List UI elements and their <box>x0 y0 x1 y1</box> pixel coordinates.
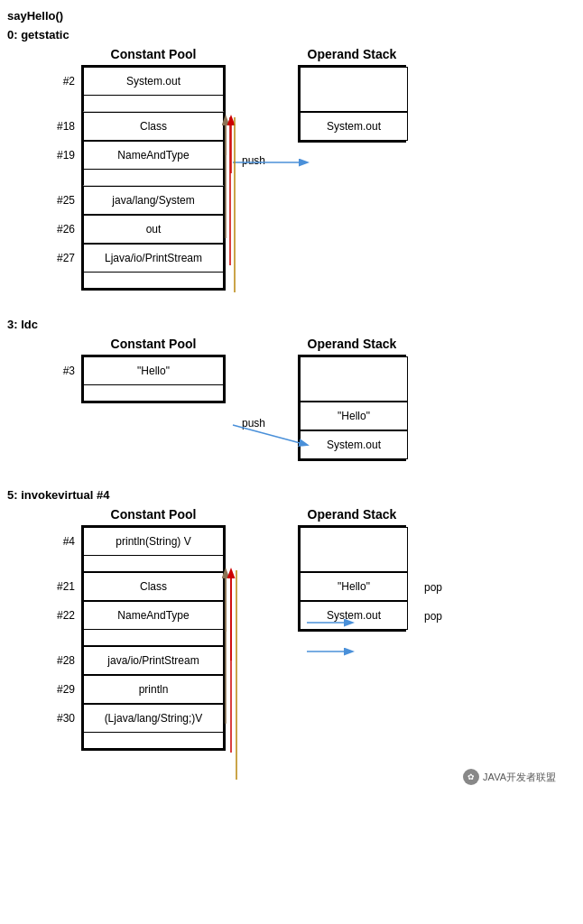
section1-stack-title: Operand Stack <box>298 47 406 61</box>
section2-pool-box: #3 "Hello" <box>81 355 226 403</box>
section2-title: 3: ldc <box>7 318 583 331</box>
pool-cell-25: java/lang/System <box>83 186 224 215</box>
section1-pool-title: Constant Pool <box>81 47 226 61</box>
section3-stack-empty <box>300 527 408 572</box>
pool-cell-s2-hello: "Hello" <box>83 356 224 385</box>
pool-index-s2-3: #3 <box>47 365 79 377</box>
section2-stack-title: Operand Stack <box>298 337 406 351</box>
pool-cell-s3-printstream: java/io/PrintStream <box>83 646 224 675</box>
pool-index-s3-29: #29 <box>47 683 79 696</box>
section1-title: 0: getstatic <box>7 28 583 42</box>
pool-index-s3-28: #28 <box>47 654 79 667</box>
pool-cell-empty3 <box>83 273 224 289</box>
push-text-s1: push <box>242 154 265 167</box>
section2-stack-hello: "Hello" <box>300 402 408 430</box>
pool-cell-s3-class: Class <box>83 572 224 601</box>
pool-index-s3-21: #21 <box>47 580 79 593</box>
pool-cell-s3-empty3 <box>83 733 224 749</box>
section3-stack-box: "Hello" System.out <box>298 525 406 632</box>
section1-operand-stack: Operand Stack System.out <box>298 47 406 143</box>
pool-cell-s3-empty2 <box>83 630 224 646</box>
pool-index-2: #2 <box>47 75 79 88</box>
pool-cell-s2-empty <box>83 385 224 402</box>
push-text-s2: push <box>242 417 265 430</box>
pop-label-hello: pop <box>424 581 442 594</box>
pool-cell-19: NameAndType <box>83 141 224 170</box>
section3-title: 5: invokevirtual #4 <box>7 488 583 502</box>
pool-index-18: #18 <box>47 120 79 133</box>
section3-operand-stack: Operand Stack "Hello" System.out pop pop <box>298 507 406 632</box>
logo-text: JAVA开发者联盟 <box>483 771 556 784</box>
section-getstatic: 0: getstatic Constant Pool #2 System.out… <box>0 28 583 291</box>
section3-pool-box: #4 println(String) V #21 Class #22 NameA… <box>81 525 226 751</box>
pop-label-sysout: pop <box>424 610 442 623</box>
bottom-logo: ✿ JAVA开发者联盟 <box>0 769 556 794</box>
pool-index-26: #26 <box>47 223 79 236</box>
section2-operand-stack: Operand Stack "Hello" System.out <box>298 337 406 461</box>
pool-cell-s3-println: println(String) V <box>83 527 224 556</box>
pool-cell-s3-println2: println <box>83 675 224 704</box>
pool-cell-empty1 <box>83 96 224 112</box>
section-invokevirtual: 5: invokevirtual #4 Constant Pool #4 pri… <box>0 488 583 751</box>
pool-cell-s3-nameandtype: NameAndType <box>83 601 224 630</box>
section3-stack-title: Operand Stack <box>298 507 406 522</box>
pool-index-s3-30: #30 <box>47 712 79 725</box>
section2-stack-empty <box>300 356 408 402</box>
section3-stack-sysout: System.out <box>300 601 408 630</box>
section3-pool-title: Constant Pool <box>81 507 226 522</box>
section3-constant-pool: Constant Pool #4 println(String) V #21 C… <box>81 507 226 751</box>
main-title: sayHello() <box>7 9 583 23</box>
pool-index-s3-22: #22 <box>47 609 79 622</box>
section1-stack-box: System.out <box>298 65 406 143</box>
section3-stack-hello: "Hello" <box>300 572 408 601</box>
section1-constant-pool: Constant Pool #2 System.out #18 Class <box>81 47 226 291</box>
pool-index-s3-4: #4 <box>47 535 79 548</box>
push-arrow-s2 <box>233 425 307 445</box>
pool-cell-s3-empty1 <box>83 556 224 572</box>
pool-index-27: #27 <box>47 252 79 264</box>
section-ldc: 3: ldc Constant Pool #3 "Hello" Operand … <box>0 318 583 461</box>
pool-cell-2: System.out <box>83 67 224 96</box>
section2-stack-sysout: System.out <box>300 430 408 459</box>
pool-index-25: #25 <box>47 194 79 207</box>
logo-icon: ✿ <box>463 769 479 785</box>
pool-cell-s3-sig: (Ljava/lang/String;)V <box>83 704 224 733</box>
pool-cell-18: Class <box>83 112 224 141</box>
pool-cell-26: out <box>83 215 224 244</box>
main-title-container: sayHello() <box>0 9 583 23</box>
section1-stack-cell-sysout: System.out <box>300 112 408 141</box>
pool-index-19: #19 <box>47 149 79 162</box>
pool-cell-27: Ljava/io/PrintStream <box>83 244 224 273</box>
pool-cell-empty2 <box>83 170 224 186</box>
section1-stack-empty <box>300 67 408 112</box>
section2-pool-title: Constant Pool <box>81 337 226 351</box>
section2-constant-pool: Constant Pool #3 "Hello" <box>81 337 226 403</box>
section2-stack-box: "Hello" System.out <box>298 355 406 461</box>
